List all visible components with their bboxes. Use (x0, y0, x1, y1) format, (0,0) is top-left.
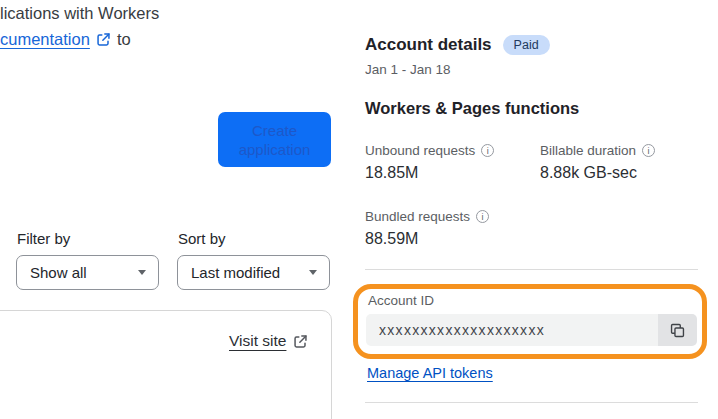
project-card (0, 310, 332, 419)
intro-line-2: cumentation to (0, 26, 159, 52)
create-application-button[interactable]: Create application (218, 112, 331, 167)
metric-value: 88.59M (365, 230, 489, 248)
divider (365, 269, 698, 270)
visit-site-link[interactable]: Visit site (229, 332, 308, 350)
functions-section-title: Workers & Pages functions (365, 99, 579, 118)
account-id-label: Account ID (368, 293, 434, 308)
filter-select[interactable]: Show all (16, 255, 159, 290)
metric-billable-duration: Billable duration i 8.88k GB-sec (540, 143, 655, 182)
sort-select[interactable]: Last modified (177, 255, 330, 290)
sort-select-value: Last modified (191, 264, 280, 281)
external-link-icon (293, 334, 308, 349)
filter-select-value: Show all (30, 264, 87, 281)
intro-text: lications with Workers cumentation to (0, 0, 159, 52)
metric-unbound-requests: Unbound requests i 18.85M (365, 143, 494, 182)
metric-label: Billable duration (540, 143, 636, 158)
visit-site-label: Visit site (229, 332, 286, 350)
sort-by-label: Sort by (178, 230, 226, 247)
divider (365, 402, 698, 403)
account-id-row (366, 314, 697, 346)
info-icon[interactable]: i (476, 210, 489, 223)
metric-value: 18.85M (365, 164, 494, 182)
billing-date-range: Jan 1 - Jan 18 (365, 62, 451, 77)
copy-icon (669, 322, 686, 339)
intro-line-2-suffix: to (117, 26, 131, 52)
intro-line-1: lications with Workers (0, 0, 159, 26)
account-details-title: Account details (365, 35, 492, 55)
documentation-link[interactable]: cumentation (0, 26, 90, 52)
metric-bundled-requests: Bundled requests i 88.59M (365, 209, 489, 248)
manage-api-tokens-link[interactable]: Manage API tokens (367, 365, 493, 381)
filter-by-label: Filter by (17, 230, 70, 247)
external-link-icon (96, 32, 111, 47)
workers-pages-dashboard: lications with Workers cumentation to Cr… (0, 0, 718, 419)
info-icon[interactable]: i (481, 144, 494, 157)
metric-label: Unbound requests (365, 143, 475, 158)
paid-badge: Paid (503, 35, 550, 55)
metric-value: 8.88k GB-sec (540, 164, 655, 182)
account-id-input[interactable] (366, 314, 658, 346)
copy-button[interactable] (658, 314, 697, 346)
account-details-header: Account details Paid (365, 35, 550, 55)
chevron-down-icon (309, 270, 317, 275)
metric-label: Bundled requests (365, 209, 470, 224)
info-icon[interactable]: i (642, 144, 655, 157)
chevron-down-icon (138, 270, 146, 275)
